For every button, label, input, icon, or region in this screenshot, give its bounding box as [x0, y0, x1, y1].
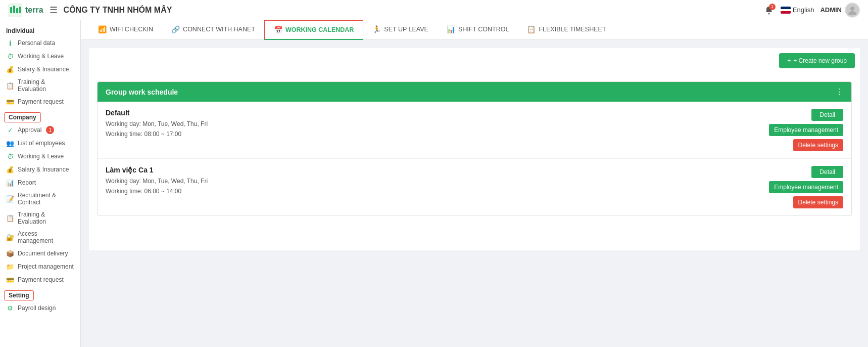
doc-icon: 📦 — [6, 249, 14, 257]
group-collapse-icon[interactable]: ⋮ — [835, 87, 843, 97]
notification-icon[interactable]: 1 — [763, 5, 775, 16]
logo-text: terra — [25, 6, 43, 15]
working-day-label: Working day: — [106, 120, 141, 127]
eval-icon: 📋 — [6, 214, 14, 222]
svg-rect-1 — [10, 7, 12, 13]
sidebar-label: Report — [18, 179, 36, 186]
tab-flexible-timesheet[interactable]: 📋 FLEXIBLE TIMESHEET — [518, 20, 615, 39]
content-inner: + + Create new group Group work schedule… — [89, 48, 860, 250]
schedule-item-default: Default Working day: Mon, Tue, Wed, Thu,… — [98, 102, 851, 159]
create-new-group-button[interactable]: + + Create new group — [779, 53, 855, 68]
working-time-label-ca1: Working time: — [106, 188, 142, 195]
tab-working-calendar[interactable]: 📅 WORKING CALENDAR — [264, 20, 363, 40]
shift-icon: 📊 — [447, 25, 455, 33]
sidebar-item-report[interactable]: 📊 Report — [0, 176, 80, 189]
sidebar-item-salary-ins-ind[interactable]: 💰 Salary & Insurance — [0, 63, 80, 76]
sidebar-item-salary-ins-co[interactable]: 💰 Salary & Insurance — [0, 163, 80, 176]
tab-label: SHIFT CONTROL — [458, 26, 509, 33]
group-header-title: Group work schedule — [106, 88, 178, 96]
hamburger-icon[interactable]: ☰ — [50, 5, 58, 16]
top-bar: terra ☰ CÔNG TY TNHH NHÓM MÂY 1 English … — [0, 0, 868, 20]
sidebar-item-project[interactable]: 📁 Project management — [0, 260, 80, 273]
logo-area: terra — [8, 3, 43, 17]
top-bar-right: 1 English ADMIN — [763, 3, 860, 18]
employee-management-button-default[interactable]: Employee management — [769, 124, 843, 136]
leave-icon: 🏃 — [372, 25, 381, 33]
setting-section-label: Setting — [9, 292, 29, 299]
salary-icon: 💰 — [6, 165, 14, 174]
working-time-value: 08:00 ~ 17:00 — [144, 131, 181, 138]
sidebar-label: Personal data — [18, 39, 55, 47]
sidebar-item-payment-ind[interactable]: 💳 Payment request — [0, 95, 80, 108]
tab-label: FLEXIBLE TIMESHEET — [539, 26, 606, 33]
schedule-info-default: Default Working day: Mon, Tue, Wed, Thu,… — [106, 109, 208, 140]
tab-connect-hanet[interactable]: 🔗 CONNECT WITH HANET — [162, 20, 264, 39]
employee-management-button-ca1[interactable]: Employee management — [769, 181, 843, 193]
sidebar-item-approval[interactable]: ✓ Approval 1 — [0, 123, 80, 137]
detail-button-default[interactable]: Detail — [811, 109, 843, 121]
working-day-value-ca1: Mon, Tue, Wed, Thu, Fri — [142, 178, 208, 185]
tab-label: CONNECT WITH HANET — [183, 26, 255, 33]
sidebar-item-recruitment[interactable]: 📝 Recruitment & Contract — [0, 189, 80, 208]
sidebar-item-personal-data[interactable]: ℹ Personal data — [0, 36, 80, 50]
working-day-value: Mon, Tue, Wed, Thu, Fri — [142, 120, 208, 127]
delete-settings-button-default[interactable]: Delete settings — [793, 139, 843, 151]
sidebar-item-working-leave-co[interactable]: ⏱ Working & Leave — [0, 150, 80, 163]
sidebar-label: Payment request — [18, 98, 64, 105]
company-section-box: Company — [4, 112, 41, 122]
sidebar-item-working-leave-ind[interactable]: ⏱ Working & Leave — [0, 50, 80, 63]
setting-section-box: Setting — [4, 290, 34, 300]
language-label: English — [793, 6, 814, 14]
top-bar-left: terra ☰ CÔNG TY TNHH NHÓM MÂY — [8, 3, 172, 17]
schedule-detail-default: Working day: Mon, Tue, Wed, Thu, Fri Wor… — [106, 119, 208, 140]
tab-wifi-checkin[interactable]: 📶 WIFI CHECKIN — [89, 20, 162, 39]
approval-badge: 1 — [46, 126, 54, 134]
working-icon: ⏱ — [6, 152, 14, 160]
detail-button-ca1[interactable]: Detail — [811, 166, 843, 178]
project-icon: 📁 — [6, 263, 14, 271]
sidebar-label: Working & Leave — [18, 153, 64, 160]
sidebar-item-training-co[interactable]: 📋 Training & Evaluation — [0, 208, 80, 228]
sidebar-label: Salary & Insurance — [18, 166, 69, 173]
tab-setup-leave[interactable]: 🏃 SET UP LEAVE — [363, 20, 438, 39]
group-block: Group work schedule ⋮ Default Working da… — [97, 81, 852, 216]
language-selector[interactable]: English — [781, 6, 814, 14]
access-icon: 🔐 — [6, 233, 14, 241]
main-content: 📶 WIFI CHECKIN 🔗 CONNECT WITH HANET 📅 WO… — [81, 20, 868, 347]
content-area: + + Create new group Group work schedule… — [81, 40, 868, 347]
tab-label: WORKING CALENDAR — [285, 26, 354, 33]
sidebar-label: Training & Evaluation — [18, 211, 74, 225]
sidebar-item-payment-co[interactable]: 💳 Payment request — [0, 273, 80, 286]
schedule-info-ca1: Làm việc Ca 1 Working day: Mon, Tue, Wed… — [106, 166, 208, 197]
sidebar-item-employees[interactable]: 👥 List of employees — [0, 137, 80, 150]
company-section-label: Company — [9, 114, 36, 121]
sidebar-item-document[interactable]: 📦 Document delivery — [0, 247, 80, 260]
recruit-icon: 📝 — [6, 195, 14, 203]
sidebar-label: Payroll design — [18, 305, 56, 312]
admin-area[interactable]: ADMIN — [820, 3, 860, 18]
sidebar-item-access[interactable]: 🔐 Access management — [0, 228, 80, 247]
schedule-name-ca1: Làm việc Ca 1 — [106, 166, 208, 174]
sidebar-label: List of employees — [18, 140, 65, 147]
sidebar-label: Payment request — [18, 276, 64, 283]
info-icon: ℹ — [6, 39, 14, 47]
delete-settings-button-ca1[interactable]: Delete settings — [793, 196, 843, 208]
sidebar-label: Training & Evaluation — [18, 78, 74, 93]
timesheet-icon: 📋 — [527, 25, 536, 33]
schedule-actions-default: Detail Employee management Delete settin… — [769, 109, 843, 151]
training-icon: 📋 — [6, 81, 14, 90]
sidebar: Individual ℹ Personal data ⏱ Working & L… — [0, 20, 81, 347]
notification-badge: 1 — [769, 4, 776, 10]
pay-icon: 💳 — [6, 276, 14, 284]
schedule-actions-ca1: Detail Employee management Delete settin… — [769, 166, 843, 208]
admin-avatar — [845, 3, 860, 18]
svg-point-5 — [768, 13, 769, 14]
approval-icon: ✓ — [6, 126, 14, 134]
tab-shift-control[interactable]: 📊 SHIFT CONTROL — [438, 20, 518, 39]
admin-label: ADMIN — [820, 6, 842, 14]
sidebar-label: Approval — [18, 126, 41, 134]
sidebar-item-payroll[interactable]: ⚙ Payroll design — [0, 301, 80, 315]
sidebar-item-training-ind[interactable]: 📋 Training & Evaluation — [0, 76, 80, 95]
wifi-icon: 📶 — [98, 25, 107, 33]
tab-label: SET UP LEAVE — [384, 26, 428, 33]
